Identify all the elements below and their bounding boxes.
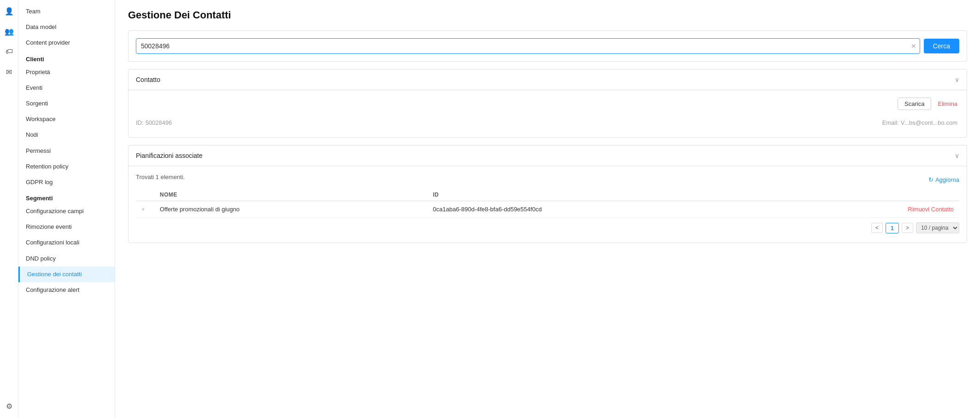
icon-strip: 👤 👥 🏷 ✉ ⚙ <box>0 0 18 418</box>
pianificazioni-header[interactable]: Pianificazioni associate ∨ <box>128 145 967 166</box>
email-label: Email: <box>882 119 899 126</box>
contact-email-value: V...bs@cont...bo.com <box>901 119 957 126</box>
envelope-icon[interactable]: ✉ <box>3 65 16 78</box>
aggiorna-label: Aggiorna <box>935 176 959 183</box>
table-header-row: NOME ID <box>136 189 959 201</box>
sidebar-item-configurazione-alert[interactable]: Configurazione alert <box>18 282 115 298</box>
pianificazioni-title: Pianificazioni associate <box>136 152 203 159</box>
rimuovi-button[interactable]: Rimuovi Contatto <box>908 206 954 213</box>
next-page-button[interactable]: > <box>902 223 913 233</box>
row-id: 0ca1aba6-890d-4fe8-bfa6-dd59e554f0cd <box>427 201 788 218</box>
sidebar-item-nodi[interactable]: Nodi <box>18 127 115 143</box>
table-container: NOME ID + Offerte promozionali di giugno… <box>136 189 959 218</box>
gear-icon[interactable]: ⚙ <box>3 400 16 412</box>
contatto-title: Contatto <box>136 76 160 83</box>
search-button[interactable]: Cerca <box>924 39 959 53</box>
sidebar-item-configurazioni-locali[interactable]: Configurazioni locali <box>18 235 115 250</box>
contact-id-value: 50028496 <box>146 119 172 126</box>
contact-email-field: Email:V...bs@cont...bo.com <box>882 119 959 126</box>
id-label: ID: <box>136 119 144 126</box>
col-action-header <box>788 189 959 201</box>
user-icon[interactable]: 👤 <box>3 5 16 17</box>
main-content: Gestione Dei Contatti ✕ Cerca Contatto ∨… <box>115 0 980 418</box>
sidebar-item-sorgenti[interactable]: Sorgenti <box>18 96 115 111</box>
sidebar-item-gdpr-log[interactable]: GDPR log <box>18 174 115 190</box>
per-page-select[interactable]: 10 / pagina 20 / pagina 50 / pagina <box>916 222 959 233</box>
sidebar-item-proprieta[interactable]: Proprietà <box>18 64 115 80</box>
contatto-header[interactable]: Contatto ∨ <box>128 70 967 90</box>
sidebar-item-data-model[interactable]: Data model <box>18 19 115 35</box>
pianificazioni-body: Trovati 1 elementi. ↻ Aggiorna NOME ID <box>128 166 967 243</box>
found-count: Trovati 1 elementi. <box>136 174 185 180</box>
pagination-row: < 1 > 10 / pagina 20 / pagina 50 / pagin… <box>136 218 959 235</box>
row-plus: + <box>136 201 154 218</box>
row-nome: Offerte promozionali di giugno <box>154 201 427 218</box>
sidebar-section-segmenti-header: Segmenti <box>18 190 115 203</box>
sidebar-item-gestione-contatti[interactable]: Gestione dei contatti <box>18 267 115 282</box>
clear-icon[interactable]: ✕ <box>911 42 916 50</box>
sidebar-item-configurazione-campi[interactable]: Configurazione campi <box>18 203 115 219</box>
sidebar-item-eventi[interactable]: Eventi <box>18 80 115 96</box>
elimina-button[interactable]: Elimina <box>936 98 959 110</box>
contact-id-field: ID:50028496 <box>136 119 174 126</box>
sidebar-item-dnd-policy[interactable]: DND policy <box>18 251 115 267</box>
contact-actions: Scarica Elimina <box>136 98 959 110</box>
prev-page-button[interactable]: < <box>871 223 883 233</box>
search-input[interactable] <box>136 38 920 54</box>
search-container: ✕ Cerca <box>128 30 967 62</box>
scarica-button[interactable]: Scarica <box>898 98 931 110</box>
page-title: Gestione Dei Contatti <box>128 9 967 21</box>
pianificazioni-section: Pianificazioni associate ∨ Trovati 1 ele… <box>128 145 967 243</box>
sidebar-item-team[interactable]: Team <box>18 4 115 19</box>
pianificazioni-table: NOME ID + Offerte promozionali di giugno… <box>136 189 959 218</box>
row-action: Rimuovi Contatto <box>788 201 959 218</box>
current-page: 1 <box>886 223 899 233</box>
sidebar-item-rimozione-eventi[interactable]: Rimozione eventi <box>18 219 115 235</box>
contatto-body: Scarica Elimina ID:50028496 Email:V...bs… <box>128 90 967 137</box>
contatto-section: Contatto ∨ Scarica Elimina ID:50028496 E… <box>128 69 967 138</box>
sidebar-item-retention-policy[interactable]: Retention policy <box>18 159 115 174</box>
contact-info-row: ID:50028496 Email:V...bs@cont...bo.com <box>136 116 959 130</box>
aggiorna-button[interactable]: ↻ Aggiorna <box>928 176 959 183</box>
refresh-icon: ↻ <box>928 176 933 183</box>
sidebar-item-permessi[interactable]: Permessi <box>18 143 115 159</box>
pian-header-row: Trovati 1 elementi. ↻ Aggiorna <box>136 174 959 186</box>
col-plus-header <box>136 189 154 201</box>
table-row: + Offerte promozionali di giugno 0ca1aba… <box>136 201 959 218</box>
sidebar-item-content-provider[interactable]: Content provider <box>18 35 115 51</box>
col-nome-header: NOME <box>154 189 427 201</box>
tag-icon[interactable]: 🏷 <box>3 45 16 58</box>
sidebar: TeamData modelContent providerClientiPro… <box>18 0 115 418</box>
search-input-wrapper: ✕ <box>136 38 920 54</box>
col-id-header: ID <box>427 189 788 201</box>
sidebar-item-workspace[interactable]: Workspace <box>18 111 115 127</box>
contatto-chevron-icon: ∨ <box>955 76 959 83</box>
pianificazioni-chevron-icon: ∨ <box>955 152 959 159</box>
contacts-icon[interactable]: 👥 <box>3 25 16 38</box>
sidebar-section-clienti-header: Clienti <box>18 51 115 64</box>
